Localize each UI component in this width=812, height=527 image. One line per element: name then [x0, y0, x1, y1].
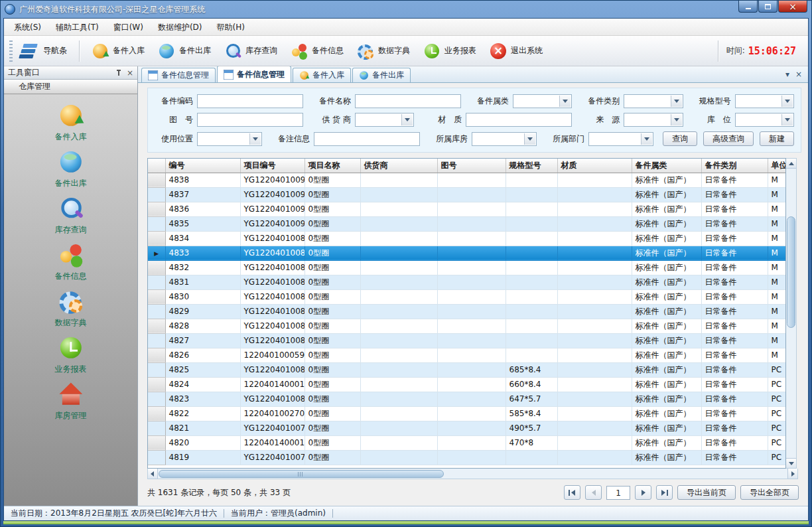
table-row[interactable]: 4833YG122040100880型圈标准件（国产）日常备件M	[148, 246, 786, 260]
column-header[interactable]: 规格型号	[506, 159, 557, 173]
vertical-scrollbar[interactable]	[786, 158, 797, 469]
row-indicator-header[interactable]	[148, 159, 165, 173]
source-select[interactable]	[624, 113, 683, 127]
scroll-left-icon[interactable]	[148, 469, 158, 479]
use-position-select[interactable]	[197, 132, 262, 146]
column-header[interactable]: 材质	[557, 159, 632, 173]
menu-item-0[interactable]: 系统(S)	[7, 19, 48, 35]
export-current-page-button[interactable]: 导出当前页	[677, 485, 736, 500]
chevron-down-icon[interactable]	[671, 114, 682, 125]
chevron-down-icon[interactable]	[781, 114, 793, 125]
toolbar-button-report[interactable]: 业务报表	[417, 39, 482, 63]
query-button[interactable]: 查询	[663, 131, 697, 146]
sidebar-item-warehouse[interactable]: 库房管理	[4, 378, 137, 425]
table-row[interactable]: 4838YG122040100930型圈标准件（国产）日常备件M	[148, 173, 786, 187]
column-header[interactable]: 编号	[165, 159, 240, 173]
new-button[interactable]: 新建	[760, 131, 794, 146]
tab-parts-out[interactable]: 备件出库	[352, 68, 411, 82]
table-row[interactable]: 4819YG122040100780型圈标准件（国产）日常备件PC	[148, 450, 786, 465]
close-panel-icon[interactable]: ×	[127, 69, 133, 77]
sidebar-item-parts-in[interactable]: 备件入库	[4, 100, 137, 146]
tab-parts-info-mgmt-2[interactable]: 备件信息管理	[217, 66, 291, 82]
sidebar-item-stock-query[interactable]: 库存查询	[4, 192, 137, 239]
toolbar-button-parts-in[interactable]: 备件入库	[86, 39, 151, 63]
part-category-select[interactable]	[513, 94, 572, 108]
chevron-down-icon[interactable]	[524, 133, 535, 145]
first-page-button[interactable]	[564, 485, 580, 500]
location-select[interactable]	[735, 113, 794, 127]
sidebar-item-parts-info[interactable]: 备件信息	[4, 239, 137, 285]
column-header[interactable]: 项目编号	[240, 159, 304, 173]
horizontal-scroll-thumb[interactable]	[159, 470, 444, 478]
table-row[interactable]: 4828YG122040100830型圈标准件（国产）日常备件M	[148, 319, 786, 333]
sidebar-item-report[interactable]: 业务报表	[4, 332, 137, 378]
advanced-query-button[interactable]: 高级查询	[703, 131, 754, 146]
export-all-pages-button[interactable]: 导出全部页	[740, 485, 799, 500]
drawing-no-input[interactable]	[197, 113, 303, 127]
sidebar-item-parts-out[interactable]: 备件出库	[4, 146, 137, 192]
sidebar-item-data-dict[interactable]: 数据字典	[4, 285, 137, 332]
vertical-scroll-thumb[interactable]	[787, 216, 795, 328]
last-page-button[interactable]	[656, 485, 673, 500]
column-header[interactable]: 备件属类	[632, 159, 701, 173]
supplier-select[interactable]	[355, 113, 414, 127]
toolbar-button-parts-out[interactable]: 备件出库	[152, 39, 217, 63]
table-row[interactable]: 4835YG122040100900型圈标准件（国产）日常备件M	[148, 216, 786, 231]
table-row[interactable]: 482012204014000130型圈470*8标准件（国产）日常备件PC	[148, 435, 786, 450]
table-row[interactable]: 482212204010027000型圈585*8.4标准件（国产）日常备件PC	[148, 406, 786, 421]
department-select[interactable]	[588, 132, 653, 146]
table-row[interactable]: 4836YG122040100910型圈标准件（国产）日常备件M	[148, 202, 786, 216]
close-button[interactable]: ×	[778, 1, 807, 13]
table-row[interactable]: 4832YG122040100870型圈标准件（国产）日常备件M	[148, 260, 786, 275]
chevron-down-icon[interactable]	[781, 96, 793, 107]
toolbar-grip[interactable]	[9, 40, 13, 62]
table-row[interactable]: 4837YG122040100920型圈标准件（国产）日常备件M	[148, 187, 786, 202]
part-name-input[interactable]	[355, 94, 461, 108]
table-row[interactable]: 4834YG122040100890型圈标准件（国产）日常备件M	[148, 231, 786, 246]
prev-page-button[interactable]	[585, 485, 602, 500]
toolbar-button-stock-query[interactable]: 库存查询	[218, 39, 283, 63]
sidebar-group-header[interactable]: 仓库管理	[4, 80, 137, 94]
warehouse-select[interactable]	[472, 132, 537, 146]
spec-model-select[interactable]	[735, 94, 794, 108]
menu-item-1[interactable]: 辅助工具(T)	[48, 19, 106, 35]
table-row[interactable]: 4823YG122040100800型圈647*5.7标准件（国产）日常备件PC	[148, 392, 786, 406]
column-header[interactable]: 图号	[437, 159, 506, 173]
table-row[interactable]: 482612204010005990型圈标准件（国产）日常备件M	[148, 348, 786, 362]
page-number-input[interactable]: 1	[606, 486, 630, 500]
table-row[interactable]: 482412204014000120型圈660*8.4标准件（国产）日常备件PC	[148, 377, 786, 392]
menu-item-2[interactable]: 窗口(W)	[106, 19, 151, 35]
chevron-down-icon[interactable]	[249, 133, 261, 145]
column-header[interactable]: 备件类别	[701, 159, 768, 173]
column-header[interactable]: 供货商	[360, 159, 437, 173]
column-header[interactable]: 项目名称	[304, 159, 360, 173]
table-row[interactable]: 4831YG122040100860型圈标准件（国产）日常备件M	[148, 275, 786, 289]
table-row[interactable]: 4821YG122040100790型圈490*5.7标准件（国产）日常备件PC	[148, 421, 786, 435]
tab-parts-in[interactable]: 备件入库	[293, 68, 351, 82]
scroll-down-icon[interactable]	[786, 458, 796, 468]
table-row[interactable]: 4829YG122040100840型圈标准件（国产）日常备件M	[148, 304, 786, 319]
menu-item-4[interactable]: 帮助(H)	[210, 19, 252, 35]
pin-icon[interactable]	[115, 69, 122, 77]
menu-item-3[interactable]: 数据维护(D)	[151, 19, 210, 35]
toolbar-button-data-dict[interactable]: 数据字典	[351, 39, 416, 63]
horizontal-scrollbar[interactable]	[147, 469, 798, 479]
column-header[interactable]: 单位	[768, 159, 786, 173]
part-code-input[interactable]	[197, 94, 303, 108]
table-row[interactable]: 4830YG122040100850型圈标准件（国产）日常备件M	[148, 289, 786, 304]
remark-input[interactable]	[314, 132, 420, 146]
toolbar-button-exit[interactable]: 退出系统	[484, 39, 549, 63]
chevron-down-icon[interactable]	[401, 114, 413, 125]
minimize-button[interactable]	[738, 1, 758, 13]
tab-parts-info-mgmt-1[interactable]: 备件信息管理	[141, 68, 216, 82]
tab-list-icon[interactable]: ▾	[785, 70, 789, 79]
table-row[interactable]: 4825YG122040100810型圈685*8.4标准件（国产）日常备件PC	[148, 362, 786, 377]
chevron-down-icon[interactable]	[641, 133, 652, 145]
next-page-button[interactable]	[635, 485, 651, 500]
maximize-button[interactable]	[758, 1, 778, 13]
material-input[interactable]	[466, 113, 572, 127]
part-type-select[interactable]	[624, 94, 683, 108]
scroll-right-icon[interactable]	[787, 469, 797, 479]
scroll-up-icon[interactable]	[786, 159, 796, 169]
toolbar-button-parts-info[interactable]: 备件信息	[285, 39, 350, 63]
